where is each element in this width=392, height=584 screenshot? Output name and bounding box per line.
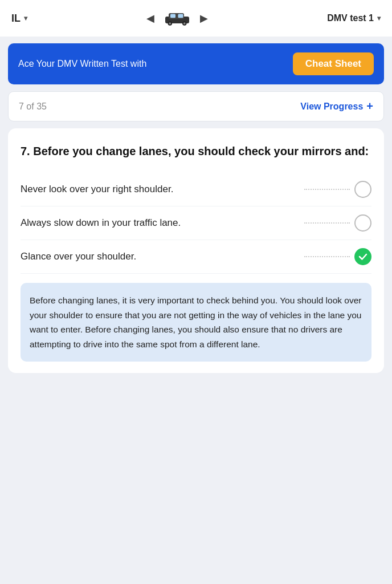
checkmark-icon <box>358 252 368 262</box>
test-selector[interactable]: DMV test 1 ▾ <box>327 13 381 23</box>
answer-text-1: Never look over your right shoulder. <box>21 182 300 196</box>
car-icon <box>164 10 191 26</box>
state-label: IL <box>11 13 21 25</box>
banner-text: Ace Your DMV Written Test with <box>18 59 146 69</box>
next-arrow[interactable]: ▶ <box>200 12 208 25</box>
progress-count: 7 of 35 <box>19 102 47 112</box>
answer-text-2: Always slow down in your traffic lane. <box>21 216 300 230</box>
explanation-box: Before changing lanes, it is very import… <box>21 283 371 362</box>
view-progress-button[interactable]: View Progress + <box>300 100 373 113</box>
top-navigation: IL ▾ ◀ ▶ DMV test 1 ▾ <box>0 0 392 36</box>
svg-point-5 <box>169 22 171 25</box>
nav-center-controls: ◀ ▶ <box>146 10 208 26</box>
cheat-sheet-button[interactable]: Cheat Sheet <box>293 52 374 75</box>
dotted-line-2 <box>304 222 350 224</box>
dotted-line-1 <box>304 189 350 190</box>
prev-arrow[interactable]: ◀ <box>146 12 154 25</box>
answer-option-2[interactable]: Always slow down in your traffic lane. <box>21 206 371 240</box>
dotted-line-3 <box>304 256 350 257</box>
correct-checkmark <box>354 248 371 265</box>
answer-option-1[interactable]: Never look over your right shoulder. <box>21 173 371 206</box>
answer-option-3[interactable]: Glance over your shoulder. <box>21 240 371 274</box>
svg-rect-3 <box>178 14 183 18</box>
state-selector[interactable]: IL ▾ <box>11 13 27 25</box>
question-title: 7. Before you change lanes, you should c… <box>21 143 371 159</box>
test-label: DMV test 1 <box>327 13 374 23</box>
svg-point-7 <box>183 22 186 25</box>
svg-rect-2 <box>170 14 175 18</box>
radio-circle-2 <box>354 214 371 232</box>
explanation-text: Before changing lanes, it is very import… <box>30 293 362 351</box>
plus-icon: + <box>366 100 373 113</box>
question-text: Before you change lanes, you should chec… <box>33 145 369 157</box>
answer-text-3: Glance over your shoulder. <box>21 250 300 263</box>
question-card: 7. Before you change lanes, you should c… <box>8 128 384 373</box>
promo-banner: Ace Your DMV Written Test with Cheat She… <box>8 43 384 84</box>
test-dropdown-arrow: ▾ <box>377 14 381 22</box>
view-progress-label: View Progress <box>300 102 363 112</box>
progress-container: 7 of 35 View Progress + <box>8 91 384 121</box>
state-dropdown-arrow: ▾ <box>24 14 27 22</box>
radio-circle-1 <box>354 181 371 198</box>
question-number: 7. <box>21 145 30 157</box>
